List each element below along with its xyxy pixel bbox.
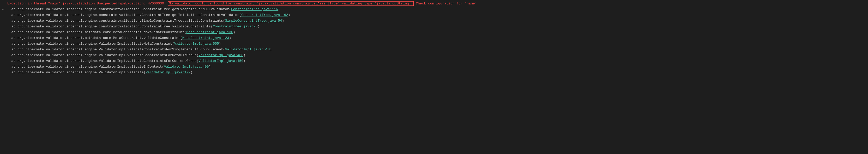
stack-content-6: at org.hibernate.validator.internal.meta… bbox=[7, 35, 866, 41]
stack-content-9: at org.hibernate.validator.internal.engi… bbox=[7, 53, 866, 58]
exception-line: Exception in thread "main" javax.validat… bbox=[0, 1, 868, 7]
stack-line-3: at org.hibernate.validator.internal.engi… bbox=[0, 18, 868, 24]
stack-link-11[interactable]: ValidatorImpl.java:400 bbox=[164, 65, 209, 69]
stack-line-9: at org.hibernate.validator.internal.engi… bbox=[0, 53, 868, 59]
stack-link-6[interactable]: MetaConstraint.java:123 bbox=[182, 36, 229, 40]
stack-class-path-3: at org.hibernate.validator.internal.engi… bbox=[7, 19, 225, 23]
stack-class-path-12: at org.hibernate.validator.internal.engi… bbox=[7, 70, 146, 74]
stack-link-12[interactable]: ValidatorImpl.java:172 bbox=[146, 70, 191, 74]
stack-class-path-2: at org.hibernate.validator.internal.engi… bbox=[7, 13, 241, 17]
stack-line-1: ⌄ at org.hibernate.validator.internal.en… bbox=[0, 7, 868, 12]
stack-link-10[interactable]: ValidatorImpl.java:450 bbox=[198, 59, 243, 63]
stack-class-path-6: at org.hibernate.validator.internal.meta… bbox=[7, 36, 182, 40]
exception-suffix: Check configuration for 'name' bbox=[414, 2, 477, 5]
stack-class-path-9: at org.hibernate.validator.internal.engi… bbox=[7, 53, 198, 57]
stack-link-9[interactable]: ValidatorImpl.java:488 bbox=[198, 53, 243, 57]
collapse-arrow-icon[interactable]: ⌄ bbox=[2, 7, 6, 12]
stack-class-path-4: at org.hibernate.validator.internal.engi… bbox=[7, 25, 213, 28]
stack-class-path-8: at org.hibernate.validator.internal.engi… bbox=[7, 48, 225, 52]
stack-content-1: at org.hibernate.validator.internal.engi… bbox=[7, 7, 866, 12]
stack-link-3[interactable]: SimpleConstraintTree.java:54 bbox=[225, 19, 282, 23]
stack-content-5: at org.hibernate.validator.internal.meta… bbox=[7, 30, 866, 35]
exception-prefix: Exception in thread "main" javax.validat… bbox=[7, 2, 168, 5]
exception-content: Exception in thread "main" javax.validat… bbox=[7, 1, 866, 6]
stack-content-8: at org.hibernate.validator.internal.engi… bbox=[7, 47, 866, 52]
stack-class-path-5: at org.hibernate.validator.internal.meta… bbox=[7, 30, 186, 34]
stack-class-path-7: at org.hibernate.validator.internal.engi… bbox=[7, 42, 174, 46]
stack-link-8[interactable]: ValidatorImpl.java:518 bbox=[225, 48, 270, 52]
stack-line-8: at org.hibernate.validator.internal.engi… bbox=[0, 47, 868, 53]
stack-link-7[interactable]: ValidatorImpl.java:555 bbox=[174, 42, 219, 46]
stack-class-path-10: at org.hibernate.validator.internal.engi… bbox=[7, 59, 198, 63]
stack-link-5[interactable]: MetaConstraint.java:130 bbox=[186, 30, 233, 34]
stack-content-3: at org.hibernate.validator.internal.engi… bbox=[7, 18, 866, 24]
stack-link-1[interactable]: ConstraintTree.java:116 bbox=[231, 7, 278, 11]
stack-class-path: at org.hibernate.validator.internal.engi… bbox=[7, 7, 231, 11]
stack-line-12: at org.hibernate.validator.internal.engi… bbox=[0, 70, 868, 76]
stack-content-12: at org.hibernate.validator.internal.engi… bbox=[7, 70, 866, 75]
stack-link-4[interactable]: ConstraintTree.java:75 bbox=[213, 25, 258, 28]
stack-line-6: at org.hibernate.validator.internal.meta… bbox=[0, 35, 868, 41]
stack-link-2[interactable]: ConstraintTree.java:162 bbox=[241, 13, 288, 17]
stack-content-11: at org.hibernate.validator.internal.engi… bbox=[7, 64, 866, 69]
stack-line-11: at org.hibernate.validator.internal.engi… bbox=[0, 64, 868, 70]
stack-line-5: at org.hibernate.validator.internal.meta… bbox=[0, 30, 868, 35]
exception-message: No validator could be found for constrai… bbox=[168, 1, 414, 6]
stack-content-10: at org.hibernate.validator.internal.engi… bbox=[7, 59, 866, 64]
stack-content-4: at org.hibernate.validator.internal.engi… bbox=[7, 24, 866, 29]
stack-line-10: at org.hibernate.validator.internal.engi… bbox=[0, 59, 868, 64]
stack-class-path-11: at org.hibernate.validator.internal.engi… bbox=[7, 65, 164, 69]
stack-line-4: at org.hibernate.validator.internal.engi… bbox=[0, 24, 868, 30]
stack-content-7: at org.hibernate.validator.internal.engi… bbox=[7, 41, 866, 47]
stack-line-2: at org.hibernate.validator.internal.engi… bbox=[0, 12, 868, 18]
stack-line-7: at org.hibernate.validator.internal.engi… bbox=[0, 41, 868, 47]
stack-content-2: at org.hibernate.validator.internal.engi… bbox=[7, 12, 866, 18]
console-output: Exception in thread "main" javax.validat… bbox=[0, 0, 868, 77]
